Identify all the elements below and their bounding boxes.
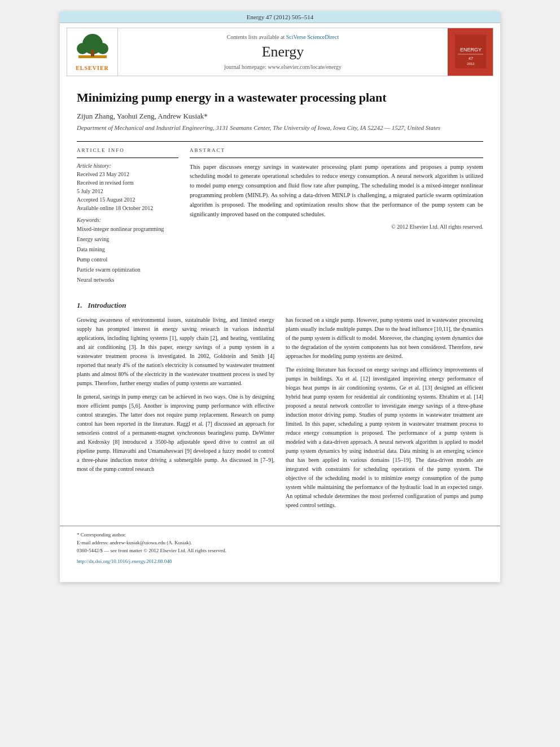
svg-text:47: 47 xyxy=(469,56,473,60)
journal-title: Energy xyxy=(262,43,304,60)
affiliation: Department of Mechanical and Industrial … xyxy=(77,124,483,131)
article-meta-section: ARTICLE INFO Article history: Received 2… xyxy=(77,147,483,290)
received-revised: Received in revised form xyxy=(77,178,178,187)
energy-logo-icon: ENERGY 47 2012 xyxy=(455,34,486,68)
article-history: Article history: Received 23 May 2012 Re… xyxy=(77,163,178,212)
footnote-email: E-mail address: andrew-kusiak@uiowa.edu … xyxy=(77,539,483,547)
keyword-6: Neural networks xyxy=(77,275,178,285)
elsevier-tree-icon xyxy=(76,33,110,64)
divider-abstract xyxy=(190,158,483,158)
keywords-group: Keywords: Mixed-integer nonlinear progra… xyxy=(77,217,178,285)
elsevier-logo-box: ELSEVIER xyxy=(67,28,118,76)
keyword-5: Particle swarm optimization xyxy=(77,265,178,275)
footnote-license: 0360-5442/$ — see front matter © 2012 El… xyxy=(77,547,483,554)
abstract-column: ABSTRACT This paper discusses energy sav… xyxy=(190,147,483,290)
sciverse-link[interactable]: SciVerse ScienceDirect xyxy=(286,34,339,40)
svg-rect-4 xyxy=(91,50,94,56)
keyword-1: Mixed-integer nonlinear programming xyxy=(77,224,178,234)
journal-center: Contents lists available at SciVerse Sci… xyxy=(118,28,448,76)
body-col-right: has focused on a single pump. However, p… xyxy=(286,316,483,514)
accepted-date: Accepted 15 August 2012 xyxy=(77,195,178,204)
article-info-label: ARTICLE INFO xyxy=(77,147,178,153)
article-page: Energy 47 (2012) 505–514 ELSEVIER Conten… xyxy=(60,11,500,582)
journal-homepage: journal homepage: www.elsevier.com/locat… xyxy=(224,64,341,70)
article-title: Minimizing pump energy in a wastewater p… xyxy=(77,90,483,106)
body-col-left: Growing awareness of environmental issue… xyxy=(77,316,274,514)
svg-text:2012: 2012 xyxy=(467,62,475,65)
elsevier-label: ELSEVIER xyxy=(76,65,109,71)
keyword-2: Energy saving xyxy=(77,234,178,244)
article-footer: * Corresponding author. E-mail address: … xyxy=(60,526,500,565)
intro-heading: 1. Introduction xyxy=(77,301,483,310)
sciverse-line: Contents lists available at SciVerse Sci… xyxy=(227,34,339,40)
abstract-label: ABSTRACT xyxy=(190,147,483,153)
section-title: Introduction xyxy=(88,301,126,309)
keyword-4: Pump control xyxy=(77,255,178,265)
section-number: 1. xyxy=(77,301,82,309)
footnote-corresponding: * Corresponding author. xyxy=(77,531,483,539)
divider-top xyxy=(77,141,483,142)
journal-citation-bar: Energy 47 (2012) 505–514 xyxy=(60,11,500,23)
keyword-3: Data mining xyxy=(77,244,178,255)
available-date: Available online 18 October 2012 xyxy=(77,204,178,212)
doi-link[interactable]: http://dx.doi.org/10.1016/j.energy.2012.… xyxy=(77,558,172,564)
received-date: Received 23 May 2012 xyxy=(77,170,178,178)
keywords-label: Keywords: xyxy=(77,217,178,223)
article-content: Minimizing pump energy in a wastewater p… xyxy=(60,90,500,514)
received-revised2: 5 July 2012 xyxy=(77,187,178,195)
article-history-label: Article history: xyxy=(77,163,178,169)
keywords-list: Mixed-integer nonlinear programming Ener… xyxy=(77,224,178,285)
intro-col1-p1: Growing awareness of environmental issue… xyxy=(77,316,274,474)
authors: Zijun Zhang, Yaohui Zeng, Andrew Kusiak* xyxy=(77,112,483,121)
article-info-column: ARTICLE INFO Article history: Received 2… xyxy=(77,147,178,290)
intro-col2: has focused on a single pump. However, p… xyxy=(286,316,483,510)
journal-header: ELSEVIER Contents lists available at Sci… xyxy=(67,28,493,76)
abstract-text: This paper discusses energy savings in w… xyxy=(190,163,483,220)
svg-point-3 xyxy=(97,43,108,54)
energy-logo-box: ENERGY 47 2012 xyxy=(448,28,493,76)
copyright: © 2012 Elsevier Ltd. All rights reserved… xyxy=(190,224,483,230)
journal-citation: Energy 47 (2012) 505–514 xyxy=(247,14,314,20)
body-two-col: Growing awareness of environmental issue… xyxy=(77,316,483,514)
divider-info xyxy=(77,158,178,158)
svg-point-2 xyxy=(77,43,88,54)
svg-text:ENERGY: ENERGY xyxy=(460,47,481,53)
